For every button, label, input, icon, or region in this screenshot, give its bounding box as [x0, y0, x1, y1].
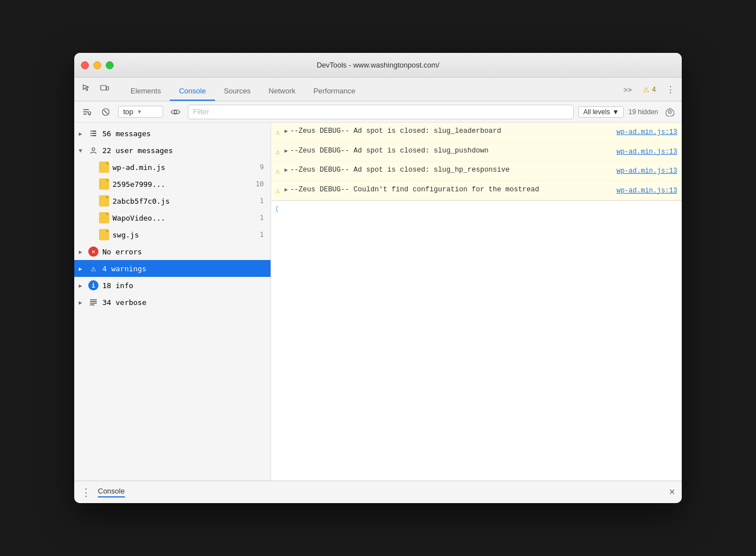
svg-rect-16 [92, 135, 96, 136]
message-pane: ⚠ ▶--Zeus DEBUG-- Ad spot is closed: slu… [271, 123, 682, 481]
2595-label: 2595e7999... [112, 180, 251, 189]
info-icon: i [88, 280, 99, 291]
info-circle: i [88, 280, 98, 290]
tabs: Elements Console Sources Network Perform… [122, 82, 620, 101]
sidebar-item-wapovideo[interactable]: WapoVideo... 1 [74, 209, 271, 226]
svg-rect-2 [83, 109, 89, 110]
expand-arrow-2[interactable]: ▶ [285, 148, 288, 154]
svg-rect-21 [90, 304, 94, 306]
user-icon [88, 145, 99, 156]
console-toolbar-left [79, 104, 114, 120]
bottom-console-label: Console [98, 487, 125, 497]
wapovideo-count: 1 [260, 214, 264, 222]
clear-console-button[interactable] [79, 104, 94, 120]
tab-network[interactable]: Network [260, 82, 305, 101]
sidebar-item-2abcb5f7c0[interactable]: 2abcb5f7c0.js 1 [74, 192, 271, 209]
console-input-row: 〈 [271, 200, 682, 217]
warning-icon-4: ⚠ [276, 186, 280, 197]
tabbar: Elements Console Sources Network Perform… [74, 78, 682, 101]
sidebar-item-info[interactable]: ▶ i 18 info [74, 277, 271, 294]
caret-icon: ▼ [137, 109, 142, 115]
file-icon [99, 162, 109, 173]
sidebar-item-all-messages[interactable]: ▶ 56 messages [74, 125, 271, 142]
context-value: top [123, 107, 133, 116]
file-icon [99, 195, 109, 207]
devtools-window: DevTools - www.washingtonpost.com/ Eleme… [74, 53, 682, 503]
filter-input[interactable]: Filter [188, 105, 574, 119]
device-icon[interactable] [97, 80, 112, 96]
verbose-label: 34 verbose [102, 298, 264, 307]
no-errors-label: No errors [102, 248, 264, 256]
wp-ad-min-label: wp-ad.min.js [112, 163, 255, 172]
message-body-2: ▶--Zeus DEBUG-- Ad spot is closed: slug_… [285, 146, 612, 158]
expand-arrow-3[interactable]: ▶ [285, 167, 288, 173]
svg-rect-13 [91, 133, 92, 134]
tab-performance[interactable]: Performance [304, 82, 364, 101]
info-label: 18 info [102, 281, 264, 290]
hidden-count: 19 hidden [628, 108, 658, 116]
minimize-button[interactable] [93, 61, 101, 69]
error-icon: ✕ [88, 246, 99, 257]
close-button[interactable] [81, 61, 89, 69]
msg-source-2[interactable]: wp-ad.min.js:13 [616, 146, 677, 157]
sidebar-item-swg[interactable]: swg.js 1 [74, 226, 271, 243]
console-message-2: ⚠ ▶--Zeus DEBUG-- Ad spot is closed: slu… [271, 142, 682, 162]
titlebar: DevTools - www.washingtonpost.com/ [74, 53, 682, 78]
sidebar-item-2595e7999[interactable]: 2595e7999... 10 [74, 176, 271, 192]
console-prompt: 〈 [276, 204, 278, 213]
list-icon [88, 128, 99, 139]
menu-button[interactable]: ⋮ [664, 83, 677, 96]
msg-source-4[interactable]: wp-ad.min.js:13 [616, 185, 677, 196]
warning-count: 4 [652, 86, 656, 93]
sidebar-item-user-messages[interactable]: ▼ 22 user messages [74, 142, 271, 159]
inspect-icon[interactable] [79, 80, 94, 96]
svg-rect-14 [92, 133, 96, 134]
svg-rect-20 [90, 303, 97, 304]
context-selector[interactable]: top ▼ [118, 106, 163, 118]
expand-arrow-1[interactable]: ▶ [285, 128, 288, 134]
tab-elements[interactable]: Elements [122, 82, 170, 101]
swg-label: swg.js [112, 231, 255, 239]
bottom-bar: ⋮ Console × [74, 481, 682, 503]
clear-button[interactable] [98, 104, 114, 120]
error-circle: ✕ [88, 246, 98, 257]
tab-sources[interactable]: Sources [215, 82, 260, 101]
sidebar-item-verbose[interactable]: ▶ 34 verbose [74, 294, 271, 311]
maximize-button[interactable] [106, 61, 114, 69]
console-message-4: ⚠ ▶--Zeus DEBUG-- Couldn't find configur… [271, 181, 682, 201]
levels-label: All levels [583, 108, 610, 116]
arrow-icon: ▼ [79, 147, 88, 154]
2abcb-count: 1 [260, 197, 264, 205]
sidebar-item-warnings[interactable]: ▶ ⚠ 4 warnings [74, 260, 271, 277]
toolbar-icons [79, 80, 112, 101]
message-body-4: ▶--Zeus DEBUG-- Couldn't find configurat… [285, 185, 612, 197]
arrow-icon: ▶ [79, 249, 88, 255]
warning-icon-1: ⚠ [276, 127, 280, 138]
warning-badge[interactable]: ⚠ 4 [640, 84, 659, 95]
verbose-icon [88, 297, 99, 308]
eye-button[interactable] [168, 104, 183, 120]
bottom-dots-button[interactable]: ⋮ [81, 486, 91, 499]
sidebar-item-no-errors[interactable]: ▶ ✕ No errors [74, 243, 271, 260]
2595-count: 10 [256, 180, 264, 188]
console-message-3: ⚠ ▶--Zeus DEBUG-- Ad spot is closed: slu… [271, 162, 682, 181]
arrow-icon: ▶ [79, 131, 88, 137]
expand-arrow-4[interactable]: ▶ [285, 187, 288, 193]
svg-rect-4 [83, 114, 87, 115]
tab-console[interactable]: Console [170, 82, 215, 101]
warning-icon-3: ⚠ [276, 166, 280, 177]
msg-source-3[interactable]: wp-ad.min.js:13 [616, 165, 677, 176]
msg-source-1[interactable]: wp-ad.min.js:13 [616, 126, 677, 137]
settings-button[interactable] [663, 105, 677, 119]
console-message-1: ⚠ ▶--Zeus DEBUG-- Ad spot is closed: slu… [271, 123, 682, 142]
levels-button[interactable]: All levels ▼ [578, 106, 624, 118]
sidebar-item-wp-ad-min[interactable]: wp-ad.min.js 9 [74, 159, 271, 176]
more-tabs-button[interactable]: >> [620, 84, 635, 95]
svg-rect-18 [90, 299, 97, 301]
bottom-close-button[interactable]: × [669, 486, 675, 498]
warning-icon: ⚠ [88, 263, 99, 274]
levels-caret: ▼ [612, 108, 619, 116]
arrow-icon: ▶ [79, 299, 88, 306]
sidebar: ▶ 56 messages ▼ [74, 123, 271, 481]
wp-ad-min-count: 9 [260, 163, 264, 171]
